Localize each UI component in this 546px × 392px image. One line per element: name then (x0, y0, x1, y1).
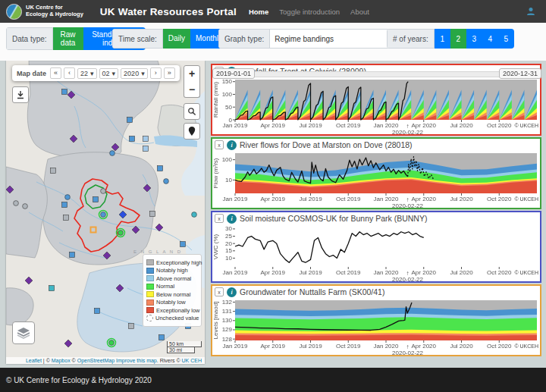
legend-item: Notably high (146, 267, 198, 274)
station-marker[interactable] (49, 286, 55, 291)
year-button-3[interactable]: 3 (466, 29, 482, 49)
station-marker[interactable] (143, 136, 149, 142)
attribution-link[interactable]: Mapbox (52, 358, 71, 363)
station-marker[interactable] (129, 324, 134, 329)
map-date-year-select[interactable]: 2020▾ (121, 68, 148, 79)
user-icon[interactable] (526, 7, 535, 16)
station-marker[interactable] (192, 212, 197, 218)
station-marker[interactable] (23, 204, 28, 209)
info-icon[interactable]: i (227, 287, 237, 297)
toolbar: Data type: Raw data Standardised indices… (0, 23, 546, 61)
graph-type-value: Regime bandings (275, 35, 334, 43)
date-range-slider[interactable]: 2019-01-01 2020-12-31 (212, 68, 541, 80)
map-date-next-button[interactable]: › (150, 67, 162, 79)
time-scale-label: Time scale: (112, 29, 163, 49)
map-panel[interactable]: E N G L A N D Map date « ‹ 22▾ 02▾ 2020▾… (6, 61, 205, 364)
map-date-first-button[interactable]: « (50, 67, 61, 79)
station-marker[interactable] (110, 151, 115, 156)
rainfall-chart-plot (212, 77, 540, 135)
attribution-link[interactable]: UK CEH (182, 358, 202, 363)
chart-header: x i River flows for Dove at Marston on D… (212, 139, 540, 151)
station-marker[interactable] (130, 136, 135, 142)
dashed-circle-icon (146, 315, 153, 321)
map-date-bar: Map date « ‹ 22▾ 02▾ 2020▾ › » (12, 65, 180, 81)
time-scale-group: Time scale: Daily Monthly (112, 29, 228, 49)
map-date-month-select[interactable]: 02▾ (99, 68, 119, 79)
ukceh-logo-text: UK Centre for Ecology & Hydrology (26, 5, 83, 17)
station-marker[interactable] (159, 335, 165, 340)
year-button-4[interactable]: 4 (482, 29, 498, 49)
close-chart-button[interactable]: x (215, 140, 224, 149)
nav-home[interactable]: Home (249, 8, 268, 16)
footer-text: © UK Centre for Ecology & Hydrology 2020 (6, 376, 152, 384)
attribution-link[interactable]: Leaflet (26, 358, 42, 363)
ukceh-logo: UK Centre for Ecology & Hydrology (6, 4, 83, 20)
legend-swatch (146, 307, 154, 313)
station-marker[interactable] (109, 340, 115, 346)
map-date-prev-button[interactable]: ‹ (64, 67, 75, 79)
station-marker[interactable] (65, 195, 71, 200)
map-attribution: Leaflet | © Mapbox © OpenStreetMap Impro… (6, 357, 205, 364)
year-button-2[interactable]: 2 (450, 29, 466, 49)
data-type-label: Data type: (6, 27, 53, 50)
close-chart-button[interactable]: x (215, 287, 224, 296)
station-marker[interactable] (158, 166, 163, 171)
station-marker[interactable] (118, 230, 124, 236)
chart-card-groundwater: x i Groundwater for Nuttalls Farm (SK00/… (211, 284, 541, 356)
layers-button[interactable] (12, 321, 35, 344)
chart-title: Soil moisture COSMOS-UK for Bunny Park (… (240, 214, 427, 223)
station-marker[interactable] (101, 189, 106, 194)
station-marker[interactable] (164, 179, 169, 184)
caret-down-icon: ▾ (112, 70, 116, 77)
nav-about[interactable]: About (350, 8, 369, 16)
graph-type-select[interactable]: Regime bandings ▲▼ (270, 29, 399, 49)
station-marker[interactable] (127, 118, 133, 123)
station-marker[interactable] (62, 202, 67, 208)
station-marker[interactable] (93, 197, 99, 202)
attribution-text: . Rivers © (157, 358, 182, 363)
legend-item: Exceptionally high (146, 259, 198, 266)
attribution-link[interactable]: Improve this map (116, 358, 157, 363)
station-marker[interactable] (180, 242, 186, 247)
year-button-5[interactable]: 5 (498, 29, 514, 49)
slider-track[interactable] (212, 71, 541, 77)
map-pin-button[interactable] (184, 123, 200, 140)
chart-header: x i Groundwater for Nuttalls Farm (SK00/… (212, 286, 540, 298)
station-marker[interactable] (14, 201, 19, 206)
app-footer: © UK Centre for Ecology & Hydrology 2020 (0, 368, 546, 392)
slider-start-handle[interactable]: 2019-01-01 (212, 68, 255, 79)
legend-swatch (146, 275, 154, 281)
station-marker[interactable] (95, 309, 100, 314)
station-marker[interactable] (143, 146, 149, 152)
station-marker[interactable] (101, 212, 106, 218)
nav-toggle-introduction[interactable]: Toggle introduction (279, 8, 340, 16)
close-chart-button[interactable]: x (215, 214, 224, 223)
map-search-button[interactable] (184, 103, 200, 120)
map-date-last-button[interactable]: » (164, 67, 175, 79)
attribution-text: | © (42, 358, 52, 363)
app-header: UK Centre for Ecology & Hydrology UK Wat… (0, 0, 546, 23)
map-date-day-select[interactable]: 22▾ (77, 68, 97, 79)
daily-button[interactable]: Daily (163, 29, 190, 49)
chart-title: River flows for Dove at Marston on Dove … (240, 140, 413, 149)
legend-item: Normal (146, 283, 198, 290)
station-marker[interactable] (150, 212, 155, 217)
info-icon[interactable]: i (227, 214, 237, 224)
raw-data-button[interactable]: Raw data (53, 27, 83, 50)
legend-swatch (146, 268, 154, 274)
legend-item: Exceptionally low (146, 307, 198, 314)
station-marker[interactable] (70, 252, 75, 258)
attribution-link[interactable]: OpenStreetMap (77, 358, 115, 363)
download-map-button[interactable] (12, 86, 29, 103)
legend-item: Above normal (146, 275, 198, 282)
zoom-out-button[interactable]: − (184, 81, 200, 98)
zoom-in-button[interactable]: + (184, 65, 200, 82)
graph-type-label: Graph type: (218, 29, 270, 49)
year-button-1[interactable]: 1 (435, 29, 450, 49)
station-marker[interactable] (62, 89, 67, 95)
caret-down-icon: ▾ (90, 70, 94, 77)
station-marker[interactable] (51, 168, 56, 174)
info-icon[interactable]: i (227, 140, 237, 150)
station-marker[interactable] (64, 215, 69, 221)
slider-end-handle[interactable]: 2020-12-31 (499, 68, 541, 79)
